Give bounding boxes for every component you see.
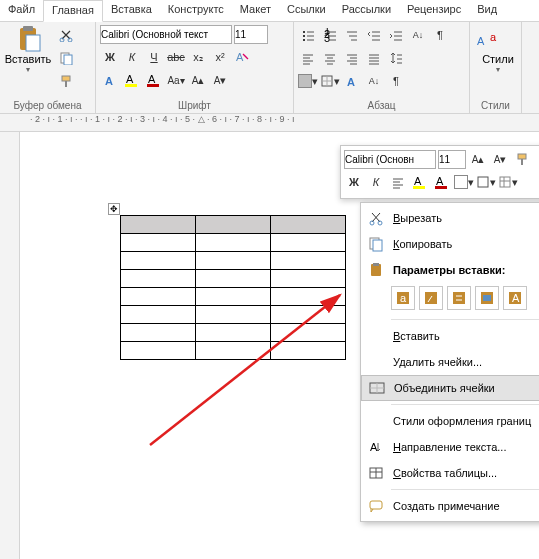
mini-insert[interactable]: ▾ <box>498 172 518 192</box>
font-group-label: Шрифт <box>100 100 289 111</box>
table-row[interactable] <box>121 270 346 288</box>
tab-layout[interactable]: Макет <box>232 0 279 21</box>
mini-italic[interactable]: К <box>366 172 386 192</box>
paste-opt-picture[interactable] <box>475 286 499 310</box>
cut-icon <box>365 210 387 226</box>
svg-rect-13 <box>147 84 159 87</box>
mini-highlight[interactable]: A <box>410 172 430 192</box>
mini-shading[interactable]: ▾ <box>454 172 474 192</box>
table-row[interactable] <box>121 252 346 270</box>
format-painter-button[interactable] <box>56 71 76 91</box>
bullets-button[interactable] <box>298 25 318 45</box>
ctx-text-direction[interactable]: A Направление текста... <box>361 434 539 460</box>
ctx-cut[interactable]: Вырезать <box>361 205 539 231</box>
clipboard-group-label: Буфер обмена <box>4 100 91 111</box>
tab-design[interactable]: Конструктс <box>160 0 232 21</box>
align-center-button[interactable] <box>320 48 340 68</box>
table-row[interactable] <box>121 234 346 252</box>
bold-button[interactable]: Ж <box>100 47 120 67</box>
font-size-select[interactable] <box>234 25 268 44</box>
paste-opt-merge[interactable] <box>419 286 443 310</box>
subscript-button[interactable]: x₂ <box>188 47 208 67</box>
sort2-button[interactable]: A↓ <box>364 71 384 91</box>
justify-button[interactable] <box>364 48 384 68</box>
grow-font-button[interactable]: A▴ <box>188 70 208 90</box>
tab-references[interactable]: Ссылки <box>279 0 334 21</box>
mini-font-color[interactable]: A <box>432 172 452 192</box>
tab-mailings[interactable]: Рассылки <box>334 0 399 21</box>
document-area[interactable]: A▴ A▾ Ж К A A ▾ ▾ ▾ Вырезать Копировать … <box>30 140 539 559</box>
mini-font-select[interactable] <box>344 150 436 169</box>
line-spacing-button[interactable] <box>386 48 406 68</box>
multilevel-button[interactable] <box>342 25 362 45</box>
mini-bold[interactable]: Ж <box>344 172 364 192</box>
table-row[interactable] <box>121 324 346 342</box>
ctx-new-comment[interactable]: Создать примечание <box>361 493 539 519</box>
horizontal-ruler[interactable]: · 2 · ı · 1 · ı · · ı · 1 · ı · 2 · ı · … <box>0 114 539 132</box>
font-color-button[interactable]: A <box>144 70 164 90</box>
paste-opt-keep-source[interactable]: a <box>391 286 415 310</box>
text-effects2-button[interactable]: A <box>342 71 362 91</box>
sort-button[interactable]: A↓ <box>408 25 428 45</box>
italic-button[interactable]: К <box>122 47 142 67</box>
paste-icon <box>14 25 42 53</box>
ctx-insert[interactable]: Вставить ▸ <box>361 323 539 349</box>
tab-file[interactable]: Файл <box>0 0 43 21</box>
document-table[interactable] <box>120 215 346 360</box>
table-row[interactable] <box>121 342 346 360</box>
highlight-button[interactable]: A <box>122 70 142 90</box>
superscript-button[interactable]: x² <box>210 47 230 67</box>
numbering-button[interactable]: 123 <box>320 25 340 45</box>
align-left-button[interactable] <box>298 48 318 68</box>
svg-rect-11 <box>125 84 137 87</box>
mini-align[interactable] <box>388 172 408 192</box>
show-marks2-button[interactable]: ¶ <box>386 71 406 91</box>
mini-format-painter[interactable] <box>512 149 532 169</box>
change-case-button[interactable]: Aa▾ <box>166 70 186 90</box>
table-row[interactable] <box>121 216 346 234</box>
increase-indent-button[interactable] <box>386 25 406 45</box>
ctx-border-styles[interactable]: Стили оформления границ ▸ <box>361 408 539 434</box>
tab-view[interactable]: Вид <box>469 0 505 21</box>
tab-insert[interactable]: Вставка <box>103 0 160 21</box>
vertical-ruler[interactable] <box>0 132 20 559</box>
cut-button[interactable] <box>56 25 76 45</box>
ctx-merge-cells[interactable]: Объединить ячейки <box>361 375 539 401</box>
show-marks-button[interactable]: ¶ <box>430 25 450 45</box>
clear-format-button[interactable]: A <box>232 47 252 67</box>
svg-rect-48 <box>370 501 382 509</box>
svg-rect-30 <box>500 177 510 187</box>
underline-button[interactable]: Ч <box>144 47 164 67</box>
svg-point-15 <box>303 35 305 37</box>
table-row[interactable] <box>121 306 346 324</box>
paste-opt-nest[interactable] <box>447 286 471 310</box>
paste-opt-text[interactable]: A <box>503 286 527 310</box>
mini-grow-font[interactable]: A▴ <box>468 149 488 169</box>
borders-button[interactable]: ▾ <box>320 71 340 91</box>
table-row[interactable] <box>121 288 346 306</box>
shading-button[interactable]: ▾ <box>298 71 318 91</box>
ctx-table-properties[interactable]: Свойства таблицы... <box>361 460 539 486</box>
ctx-delete-cells[interactable]: Удалить ячейки... <box>361 349 539 375</box>
mini-borders[interactable]: ▾ <box>476 172 496 192</box>
decrease-indent-button[interactable] <box>364 25 384 45</box>
mini-shrink-font[interactable]: A▾ <box>490 149 510 169</box>
tab-review[interactable]: Рецензирс <box>399 0 469 21</box>
svg-rect-1 <box>23 26 33 31</box>
styles-button[interactable]: Aa Стили ▾ <box>474 25 522 74</box>
mini-size-select[interactable] <box>438 150 466 169</box>
strike-button[interactable]: abc <box>166 47 186 67</box>
table-move-handle[interactable]: ✥ <box>108 203 120 215</box>
text-effects-button[interactable]: A <box>100 70 120 90</box>
ctx-copy[interactable]: Копировать <box>361 231 539 257</box>
tab-home[interactable]: Главная <box>43 0 103 22</box>
align-right-button[interactable] <box>342 48 362 68</box>
merge-cells-icon <box>366 380 388 396</box>
svg-rect-34 <box>373 240 382 251</box>
shrink-font-button[interactable]: A▾ <box>210 70 230 90</box>
styles-icon: Aa <box>474 25 522 53</box>
svg-rect-28 <box>435 186 447 189</box>
font-name-select[interactable] <box>100 25 232 44</box>
copy-button[interactable] <box>56 48 76 68</box>
paste-button[interactable]: Вставить ▾ <box>4 25 52 74</box>
